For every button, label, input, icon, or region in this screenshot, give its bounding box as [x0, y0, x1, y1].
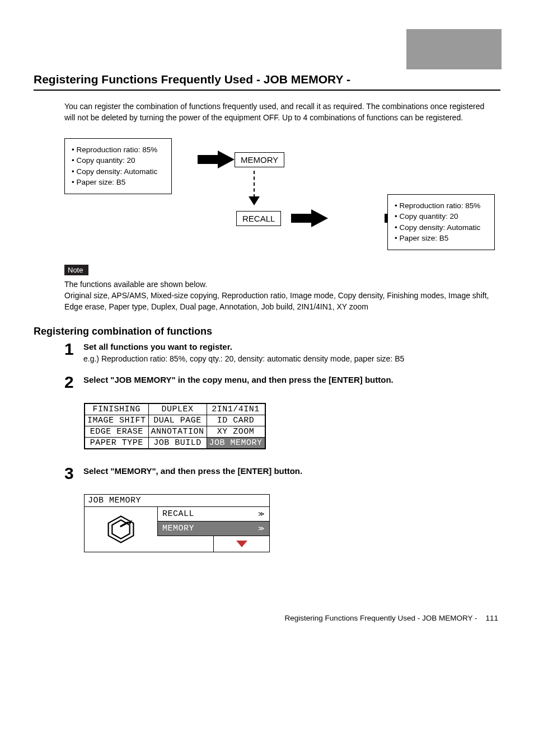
step-title: Select "MEMORY", and then press the [ENT…: [83, 466, 500, 476]
menu-id-card[interactable]: ID CARD: [207, 415, 265, 426]
arrow-right-icon: [218, 151, 235, 168]
menu-annotation[interactable]: ANNOTATION: [148, 426, 207, 438]
dash-line: [254, 171, 255, 198]
job-memory-icon: [85, 507, 157, 552]
page-footer: Registering Functions Frequently Used - …: [34, 614, 500, 622]
setting-paper: Paper size: B5: [395, 233, 488, 244]
memory-recall-diagram: Reproduction ratio: 85% Copy quantity: 2…: [64, 138, 500, 250]
svg-line-2: [121, 523, 128, 527]
menu-edge-erase[interactable]: EDGE ERASE: [85, 426, 149, 438]
scroll-down-button[interactable]: [213, 536, 269, 552]
triangle-down-icon: [236, 541, 247, 547]
subheading: Registering combination of functions: [34, 326, 500, 337]
step-1: 1 Set all functions you want to register…: [64, 342, 500, 365]
menu-duplex[interactable]: DUPLEX: [148, 404, 207, 415]
job-memory-lcd: JOB MEMORY RECALL ≫ MEMORY ≫: [84, 494, 270, 552]
setting-density: Copy density: Automatic: [395, 222, 488, 233]
footer-page-number: 111: [485, 614, 498, 622]
footer-text: Registering Functions Frequently Used - …: [285, 614, 477, 622]
setting-qty: Copy quantity: 20: [72, 155, 165, 166]
setting-repro: Reproduction ratio: 85%: [72, 144, 165, 156]
setting-repro: Reproduction ratio: 85%: [395, 200, 488, 212]
step-number: 3: [64, 465, 81, 482]
option-label: RECALL: [162, 509, 194, 519]
setting-paper: Paper size: B5: [72, 177, 165, 188]
step-title: Set all functions you want to register.: [83, 342, 500, 351]
recall-label-box: RECALL: [236, 211, 281, 226]
menu-job-build[interactable]: JOB BUILD: [148, 438, 207, 449]
step-title: Select "JOB MEMORY" in the copy menu, an…: [83, 375, 500, 384]
note-line2: Original size, APS/AMS, Mixed-size copyi…: [64, 290, 495, 313]
arrow-right-icon: [311, 209, 328, 227]
menu-paper-type[interactable]: PAPER TYPE: [85, 438, 149, 449]
step-number: 1: [64, 341, 81, 358]
copy-menu-lcd: FINISHING DUPLEX 2IN1/4IN1 IMAGE SHIFT D…: [84, 403, 266, 449]
note-badge: Note: [64, 265, 88, 275]
step-3: 3 Select "MEMORY", and then press the [E…: [64, 466, 500, 482]
settings-input-box: Reproduction ratio: 85% Copy quantity: 2…: [64, 138, 172, 194]
chevron-right-icon: ≫: [258, 510, 265, 518]
chevron-right-icon: ≫: [258, 525, 265, 532]
setting-density: Copy density: Automatic: [72, 166, 165, 177]
memory-chip-icon: [105, 514, 137, 545]
step-body: e.g.) Reproduction ratio: 85%, copy qty.…: [83, 354, 500, 365]
note-line1: The functions available are shown below.: [64, 279, 495, 290]
arrow-down-icon: [249, 196, 260, 205]
settings-output-box: Reproduction ratio: 85% Copy quantity: 2…: [387, 194, 495, 250]
menu-finishing[interactable]: FINISHING: [85, 404, 149, 415]
step-2: 2 Select "JOB MEMORY" in the copy menu, …: [64, 375, 500, 391]
header-gray-box: [406, 29, 502, 69]
intro-paragraph: You can register the combination of func…: [64, 101, 495, 124]
menu-job-memory-selected[interactable]: JOB MEMORY: [207, 438, 265, 449]
setting-qty: Copy quantity: 20: [395, 211, 488, 222]
lcd-header: JOB MEMORY: [85, 495, 269, 507]
memory-label-box: MEMORY: [235, 152, 284, 167]
option-memory-selected[interactable]: MEMORY ≫: [157, 522, 269, 536]
menu-dual-page[interactable]: DUAL PAGE: [148, 415, 207, 426]
step-number: 2: [64, 374, 81, 391]
option-recall[interactable]: RECALL ≫: [157, 507, 269, 522]
menu-xy-zoom[interactable]: XY ZOOM: [207, 426, 265, 438]
page-title: Registering Functions Frequently Used - …: [34, 73, 500, 91]
menu-2in1-4in1[interactable]: 2IN1/4IN1: [207, 404, 265, 415]
menu-image-shift[interactable]: IMAGE SHIFT: [85, 415, 149, 426]
option-label: MEMORY: [162, 524, 194, 533]
